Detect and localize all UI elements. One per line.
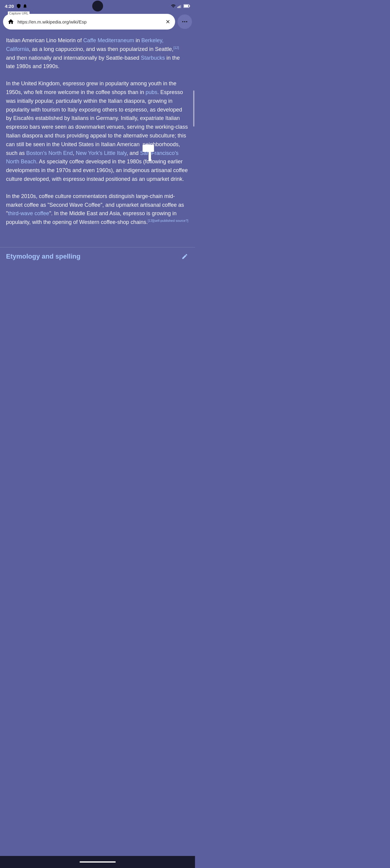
wifi-icon: [171, 4, 176, 8]
camera-notch-area: [92, 1, 103, 11]
status-bar-right: [171, 4, 190, 8]
format-painter-icon: [141, 143, 159, 167]
shield-icon: [16, 4, 21, 8]
home-button[interactable]: [7, 18, 15, 26]
capture-url-label: Capture URL: [8, 11, 30, 15]
paragraph-1: Italian American Lino Meiorin of Caffe M…: [6, 36, 189, 71]
battery-icon: [184, 4, 190, 8]
content-area: Italian American Lino Meiorin of Caffe M…: [0, 33, 195, 247]
notification-icon: [23, 4, 27, 8]
section-heading-etymology: Etymology and spelling: [0, 247, 195, 264]
svg-point-9: [186, 21, 187, 22]
status-icons: [16, 4, 27, 8]
more-options-button[interactable]: [178, 14, 192, 29]
scrollbar[interactable]: [193, 90, 194, 127]
section-heading-text: Etymology and spelling: [6, 253, 81, 260]
status-bar-left: 4:20: [5, 4, 27, 9]
svg-rect-2: [179, 6, 180, 8]
edit-section-button[interactable]: [181, 252, 189, 261]
clear-url-button[interactable]: [164, 18, 172, 25]
link-starbucks[interactable]: Starbucks: [141, 55, 165, 61]
link-third-wave-coffee[interactable]: third-wave coffee: [8, 210, 49, 216]
signal-icon: [177, 4, 182, 8]
status-bar: 4:20: [0, 0, 195, 12]
svg-rect-12: [149, 152, 151, 161]
svg-rect-6: [184, 5, 188, 7]
url-display[interactable]: https://en.m.wikipedia.org/wiki/Esp: [18, 19, 162, 24]
link-bostons-north-end[interactable]: Boston's North End: [26, 150, 73, 156]
svg-rect-1: [178, 6, 179, 8]
address-bar-container: Capture URL https://en.m.wikipedia.org/w…: [0, 12, 195, 33]
status-time: 4:20: [5, 4, 14, 9]
svg-rect-3: [181, 5, 181, 8]
footnote-self-published[interactable]: [self-published source?]: [153, 219, 188, 222]
svg-point-7: [182, 21, 184, 22]
svg-rect-5: [189, 5, 190, 7]
footnote-12[interactable]: [12]: [173, 46, 179, 50]
svg-rect-0: [178, 7, 178, 8]
link-new-yorks-little-italy[interactable]: New York's Little Italy: [76, 150, 127, 156]
footnote-13[interactable]: [13]: [148, 219, 153, 222]
paragraph-2: In the United Kingdom, espresso grew in …: [6, 79, 189, 184]
svg-rect-11: [143, 145, 154, 152]
svg-point-8: [184, 21, 185, 22]
camera-notch: [92, 1, 103, 11]
paragraph-3: In the 2010s, coffee culture commentator…: [6, 192, 189, 227]
address-bar[interactable]: Capture URL https://en.m.wikipedia.org/w…: [3, 14, 175, 30]
link-pubs[interactable]: pubs: [146, 89, 157, 95]
link-caffe-mediterraneum[interactable]: Caffe Mediterraneum: [83, 37, 134, 43]
